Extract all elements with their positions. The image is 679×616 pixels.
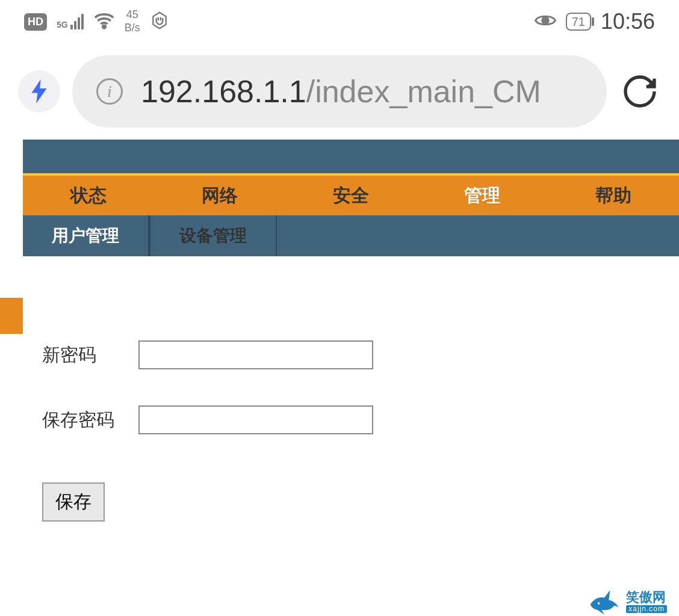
svg-point-0 [102, 25, 105, 28]
info-icon[interactable]: i [96, 78, 123, 105]
subnav-user-management[interactable]: 用户管理 [23, 215, 149, 256]
new-password-label: 新密码 [42, 343, 120, 368]
clock-time: 10:56 [601, 9, 655, 34]
signal-type-label: 5G [57, 20, 68, 29]
reload-button[interactable] [619, 70, 661, 112]
speed-unit: B/s [125, 22, 140, 35]
address-bar[interactable]: i 192.168.1.1/index_main_CM [72, 55, 607, 128]
url-path: /index_main_CM [306, 74, 541, 109]
watermark-cn: 笑傲网 [626, 590, 667, 605]
form-row-new-password: 新密码 [42, 340, 643, 369]
watermark-text: 笑傲网 xajjn.com [626, 590, 667, 612]
reload-icon [621, 72, 659, 111]
network-speed: 45 B/s [125, 8, 140, 34]
signal-5g-icon: 5G [57, 14, 84, 29]
battery-percent: 71 [572, 15, 585, 29]
nav-help[interactable]: 帮助 [548, 175, 679, 217]
nav-network[interactable]: 网络 [154, 175, 285, 217]
main-nav: 状态 网络 安全 管理 帮助 [23, 176, 679, 215]
page-header-band [23, 140, 679, 176]
browser-bar: i 192.168.1.1/index_main_CM [0, 43, 679, 140]
speed-value: 45 [125, 8, 140, 22]
form-row-confirm-password: 保存密码 [42, 405, 643, 434]
nav-management[interactable]: 管理 [417, 175, 548, 217]
form-area: 新密码 保存密码 保存 [0, 256, 679, 546]
watermark-en: xajjn.com [626, 605, 667, 613]
sidebar-accent [0, 298, 23, 334]
save-button[interactable]: 保存 [42, 482, 105, 522]
svg-point-3 [598, 602, 600, 605]
subnav-device-management[interactable]: 设备管理 [149, 215, 277, 256]
watermark: 笑傲网 xajjn.com [588, 587, 667, 616]
sub-nav: 用户管理 设备管理 [23, 215, 679, 256]
confirm-password-label: 保存密码 [42, 408, 120, 433]
url-text: 192.168.1.1/index_main_CM [141, 73, 541, 109]
url-host: 192.168.1.1 [141, 74, 306, 109]
nav-status[interactable]: 状态 [23, 175, 154, 217]
wifi-icon [93, 10, 115, 34]
page-content: 状态 网络 安全 管理 帮助 用户管理 设备管理 新密码 保存密码 保存 [0, 140, 679, 546]
shark-icon [588, 587, 621, 616]
bolt-icon [29, 79, 49, 103]
bolt-button[interactable] [18, 70, 60, 112]
status-bar: HD 5G 45 B/s [0, 0, 679, 43]
confirm-password-input[interactable] [138, 405, 373, 434]
new-password-input[interactable] [138, 340, 373, 369]
eye-icon [535, 12, 556, 31]
battery-icon: 71 [566, 13, 591, 31]
hd-badge: HD [24, 13, 47, 31]
status-left: HD 5G 45 B/s [24, 8, 169, 34]
hand-stop-icon [150, 11, 169, 32]
svg-point-2 [542, 17, 548, 24]
svg-marker-1 [153, 13, 166, 29]
nav-security[interactable]: 安全 [285, 175, 417, 217]
status-right: 71 10:56 [535, 9, 655, 34]
